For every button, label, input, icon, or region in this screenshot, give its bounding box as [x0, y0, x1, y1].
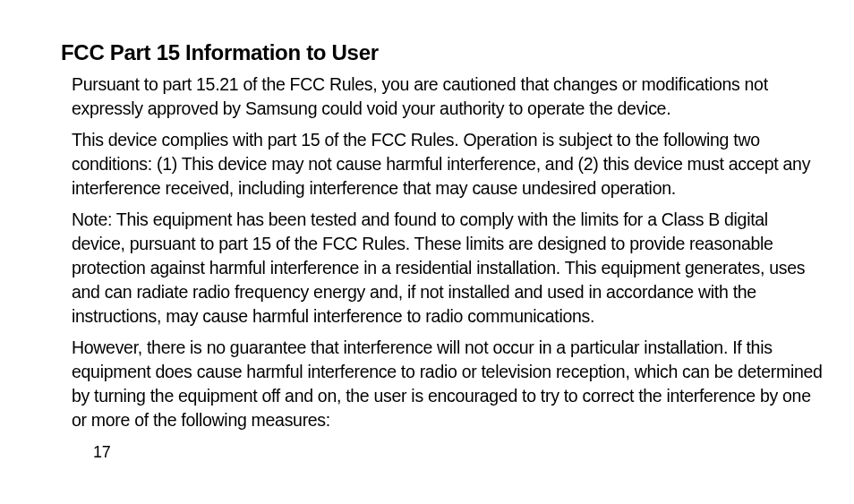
- paragraph: This device complies with part 15 of the…: [72, 128, 825, 201]
- paragraph: Note: This equipment has been tested and…: [72, 208, 825, 329]
- page-number: 17: [93, 443, 825, 462]
- section-heading: FCC Part 15 Information to User: [61, 40, 825, 65]
- paragraph: Pursuant to part 15.21 of the FCC Rules,…: [72, 73, 825, 121]
- paragraph: However, there is no guarantee that inte…: [72, 336, 825, 432]
- document-page: FCC Part 15 Information to User Pursuant…: [0, 0, 854, 462]
